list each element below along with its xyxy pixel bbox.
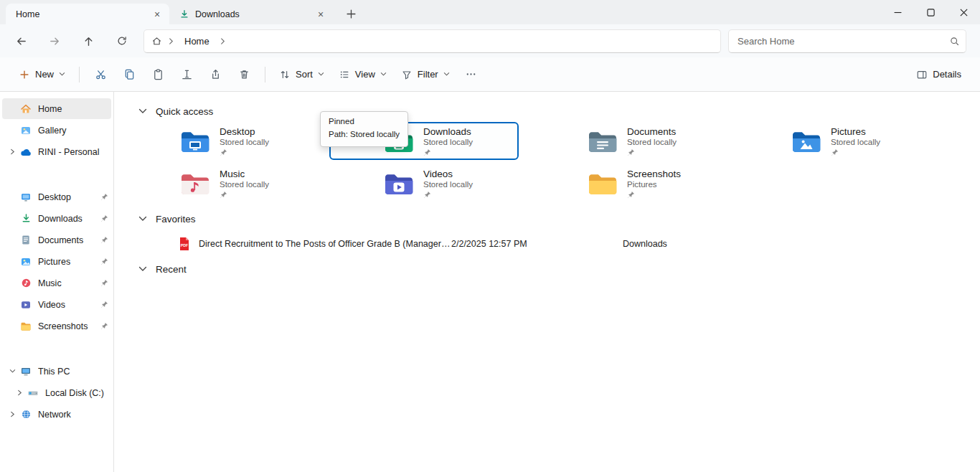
- share-icon: [209, 68, 222, 80]
- section-title: Quick access: [156, 106, 213, 117]
- scissors-icon: [95, 68, 107, 80]
- chevron-down-icon: [443, 72, 450, 77]
- music-note-icon: [19, 278, 32, 289]
- plus-icon: [19, 69, 30, 80]
- view-label: View: [355, 69, 375, 80]
- sidebar-item-label: Desktop: [38, 192, 99, 202]
- tab-strip: Home × Downloads ×: [0, 0, 362, 24]
- chevron-right-icon[interactable]: [12, 390, 27, 396]
- section-quick-access[interactable]: Quick access: [114, 103, 980, 119]
- cut-button[interactable]: [86, 62, 115, 87]
- tile-title: Documents: [627, 126, 677, 137]
- up-button[interactable]: [76, 29, 100, 53]
- new-button[interactable]: New: [11, 62, 72, 87]
- chevron-down-icon[interactable]: [138, 266, 147, 272]
- delete-button[interactable]: [230, 62, 258, 87]
- chevron-right-icon[interactable]: [5, 148, 19, 155]
- house-icon: [19, 103, 32, 115]
- tab-close-icon[interactable]: ×: [149, 6, 165, 22]
- sidebar-item-local-disk-c[interactable]: Local Disk (C:): [9, 382, 111, 403]
- sidebar-item-gallery[interactable]: Gallery: [2, 120, 111, 141]
- sort-label: Sort: [296, 69, 313, 80]
- back-button[interactable]: [9, 29, 33, 53]
- details-button[interactable]: Details: [909, 62, 969, 87]
- more-options-button[interactable]: [457, 62, 486, 87]
- pin-icon: [99, 279, 110, 287]
- sidebar-item-network[interactable]: Network: [2, 404, 111, 425]
- sidebar-item-screenshots[interactable]: Screenshots: [2, 316, 111, 336]
- search-input[interactable]: [738, 36, 949, 47]
- tile-title: Desktop: [220, 126, 269, 137]
- filter-button[interactable]: Filter: [394, 62, 457, 87]
- chevron-down-icon: [380, 72, 387, 77]
- forward-button[interactable]: [42, 29, 67, 53]
- chevron-right-icon[interactable]: [5, 411, 19, 417]
- content-area: Quick access Desktop Stored locally: [114, 92, 980, 472]
- sidebar-item-desktop[interactable]: Desktop: [2, 187, 111, 207]
- network-globe-icon: [19, 409, 32, 420]
- paste-button[interactable]: [143, 62, 172, 87]
- navigation-pane: Home Gallery RINI - Personal: [0, 92, 114, 472]
- pin-icon: [99, 258, 110, 265]
- file-date: 2/2/2025 12:57 PM: [451, 239, 623, 249]
- tile-screenshots[interactable]: Screenshots Pictures: [533, 164, 722, 202]
- view-button[interactable]: View: [331, 62, 394, 87]
- tab-close-icon[interactable]: ×: [313, 6, 329, 22]
- tab-downloads[interactable]: Downloads ×: [169, 4, 333, 24]
- download-icon: [179, 9, 189, 19]
- section-favorites[interactable]: Favorites: [114, 211, 980, 227]
- tab-label: Downloads: [195, 9, 307, 19]
- breadcrumb-home[interactable]: Home: [180, 34, 214, 48]
- toolbar-divider: [265, 67, 265, 82]
- sidebar-item-music[interactable]: Music: [2, 273, 111, 293]
- tile-videos[interactable]: Videos Stored locally: [329, 164, 519, 202]
- sidebar-item-home[interactable]: Home: [2, 98, 111, 119]
- tile-documents[interactable]: Documents Stored locally: [533, 122, 722, 160]
- tile-music[interactable]: Music Stored locally: [126, 164, 315, 202]
- maximize-button[interactable]: [914, 0, 947, 24]
- tile-pictures[interactable]: Pictures Stored locally: [737, 122, 926, 160]
- chevron-down-icon[interactable]: [138, 216, 147, 222]
- tile-desktop[interactable]: Desktop Stored locally: [126, 122, 315, 160]
- folder-icon: [588, 171, 618, 196]
- copy-button[interactable]: [115, 62, 143, 87]
- sidebar-item-onedrive[interactable]: RINI - Personal: [2, 141, 111, 162]
- tab-home[interactable]: Home ×: [6, 4, 169, 24]
- rename-button[interactable]: [172, 62, 201, 87]
- address-bar[interactable]: Home: [143, 29, 721, 53]
- sidebar-item-pictures[interactable]: Pictures: [2, 251, 111, 272]
- svg-text:PDF: PDF: [181, 243, 188, 247]
- sidebar-item-documents[interactable]: Documents: [2, 230, 111, 250]
- documents-folder-icon: [588, 129, 618, 154]
- search-icon[interactable]: [949, 36, 960, 47]
- section-recent[interactable]: Recent: [114, 261, 980, 277]
- tooltip-path: Path: Stored locally: [329, 128, 400, 141]
- sort-button[interactable]: Sort: [272, 62, 331, 87]
- favorite-file-row[interactable]: PDF Direct Recruitment to The Posts of O…: [114, 232, 980, 255]
- home-icon[interactable]: [151, 36, 162, 47]
- minimize-button[interactable]: [881, 0, 914, 24]
- pin-icon: [627, 191, 681, 199]
- pin-icon: [831, 148, 880, 156]
- pin-icon: [423, 148, 473, 156]
- close-button[interactable]: [947, 0, 980, 24]
- document-icon: [19, 235, 32, 246]
- sidebar-item-label: This PC: [38, 367, 110, 377]
- pin-icon: [423, 191, 473, 199]
- share-button[interactable]: [201, 62, 230, 87]
- rename-icon: [181, 68, 193, 80]
- onedrive-cloud-icon: [19, 146, 32, 158]
- tooltip-title: Pinned: [329, 115, 400, 128]
- tile-title: Pictures: [831, 126, 880, 137]
- chevron-down-icon[interactable]: [138, 108, 147, 114]
- arrow-left-icon: [15, 35, 27, 47]
- chevron-right-icon: [220, 37, 226, 45]
- sidebar-item-downloads[interactable]: Downloads: [2, 208, 111, 229]
- file-explorer-window: Home × Downloads ×: [0, 0, 980, 472]
- new-tab-button[interactable]: [340, 4, 362, 24]
- chevron-down-icon[interactable]: [5, 368, 19, 374]
- sidebar-item-label: Documents: [38, 235, 99, 245]
- sidebar-item-this-pc[interactable]: This PC: [2, 361, 111, 382]
- sidebar-item-videos[interactable]: Videos: [2, 294, 111, 315]
- refresh-button[interactable]: [110, 29, 134, 53]
